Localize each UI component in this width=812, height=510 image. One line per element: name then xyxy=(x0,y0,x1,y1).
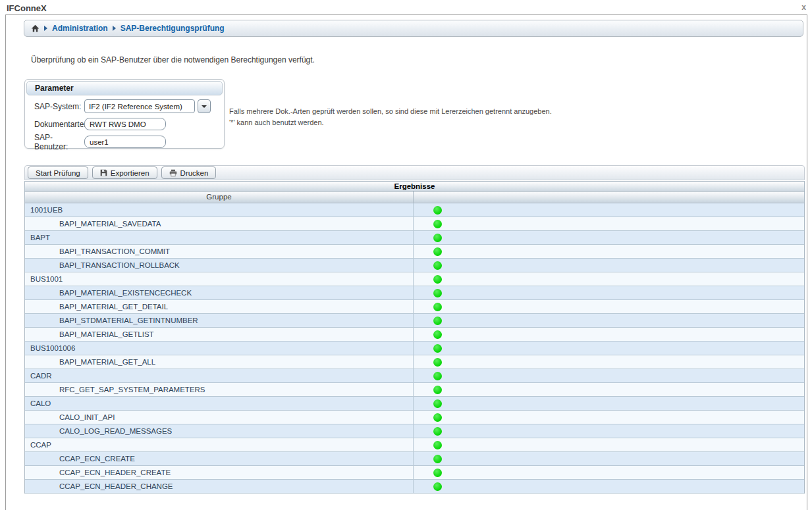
table-row[interactable]: BAPI_TRANSACTION_ROLLBACK xyxy=(25,259,804,272)
sap-system-label: SAP-System: xyxy=(34,102,84,111)
gruppe-column-header: Gruppe xyxy=(25,191,414,203)
row-label: BAPI_MATERIAL_GET_ALL xyxy=(59,358,155,366)
breadcrumb: Administration SAP-Berechtigungsprüfung xyxy=(24,20,803,37)
table-row[interactable]: BAPI_MATERIAL_GET_DETAIL xyxy=(25,300,804,314)
status-ok-dot xyxy=(433,358,442,367)
hint-line-1: Falls mehrere Dok.-Arten geprüft werden … xyxy=(229,106,552,117)
status-ok-dot xyxy=(433,234,442,242)
status-ok-dot xyxy=(433,427,442,436)
status-ok-dot xyxy=(433,482,442,491)
sap-benutzer-input[interactable] xyxy=(84,136,166,148)
row-label: BUS1001 xyxy=(30,275,63,283)
hint-text: Falls mehrere Dok.-Arten geprüft werden … xyxy=(229,106,552,128)
results-column-header-row: Gruppe xyxy=(24,191,805,203)
row-label: CCAP_ECN_HEADER_CHANGE xyxy=(59,482,173,490)
status-ok-dot xyxy=(433,399,442,408)
sap-system-selected-value: IF2 (IF2 Reference System) xyxy=(89,103,182,111)
status-ok-dot xyxy=(433,372,442,380)
row-label: BAPI_MATERIAL_GET_DETAIL xyxy=(59,303,168,311)
table-row[interactable]: CALO_INIT_API xyxy=(25,411,804,424)
status-ok-dot xyxy=(433,317,442,325)
drucken-button[interactable]: Drucken xyxy=(161,166,217,179)
chevron-down-icon xyxy=(202,105,207,108)
row-label: BAPI_TRANSACTION_COMMIT xyxy=(59,247,170,255)
table-row[interactable]: BAPI_MATERIAL_EXISTENCECHECK xyxy=(25,286,804,300)
status-ok-dot xyxy=(433,441,442,449)
table-row[interactable]: CCAP_ECN_HEADER_CHANGE xyxy=(25,480,804,494)
table-row[interactable]: BAPT xyxy=(25,231,804,245)
table-row[interactable]: BAPI_MATERIAL_SAVEDATA xyxy=(25,217,804,231)
page-description: Überprüfung ob ein SAP-Benutzer über die… xyxy=(31,55,315,64)
dokumentarten-label: Dokumentarten: xyxy=(34,120,84,129)
status-ok-dot xyxy=(433,455,442,463)
table-row[interactable]: CCAP_ECN_CREATE xyxy=(25,452,804,466)
sap-benutzer-label: SAP-Benutzer: xyxy=(34,133,84,151)
save-icon xyxy=(100,169,107,176)
table-row[interactable]: BAPI_STDMATERIAL_GETINTNUMBER xyxy=(25,314,804,328)
button-label: Exportieren xyxy=(111,169,149,177)
printer-icon xyxy=(169,169,177,177)
status-ok-dot xyxy=(433,206,442,215)
row-label: CCAP_ECN_CREATE xyxy=(59,455,135,463)
table-row[interactable]: CALO_LOG_READ_MESSAGES xyxy=(25,424,804,438)
results-rows: 1001UEB BAPI_MATERIAL_SAVEDATA BAPT BAPI… xyxy=(24,203,805,494)
table-row[interactable]: BAPI_MATERIAL_GET_ALL xyxy=(25,355,804,369)
close-icon[interactable]: x xyxy=(801,3,806,12)
status-ok-dot xyxy=(433,220,442,228)
row-label: BAPI_MATERIAL_GETLIST xyxy=(59,330,154,338)
status-ok-dot xyxy=(433,247,442,256)
row-label: CCAP_ECN_HEADER_CREATE xyxy=(59,469,171,476)
results-title: Ergebnisse xyxy=(24,181,805,191)
table-row[interactable]: CCAP_ECN_HEADER_CREATE xyxy=(25,466,804,480)
parameter-panel-title: Parameter xyxy=(26,81,223,95)
row-label: 1001UEB xyxy=(30,206,63,214)
table-row[interactable]: CCAP xyxy=(25,438,804,452)
row-label: RFC_GET_SAP_SYSTEM_PARAMETERS xyxy=(59,386,205,394)
table-row[interactable]: BAPI_MATERIAL_GETLIST xyxy=(25,328,804,342)
row-label: CALO_INIT_API xyxy=(59,413,115,421)
status-ok-dot xyxy=(433,289,442,297)
row-label: BAPI_TRANSACTION_ROLLBACK xyxy=(59,261,180,269)
status-column-header xyxy=(414,191,804,203)
hint-line-2: '*' kann auch benutzt werden. xyxy=(229,117,552,128)
results-table: Ergebnisse Gruppe 1001UEB BAPI_MATERIAL_… xyxy=(24,181,805,494)
dokumentarten-row: Dokumentarten: xyxy=(34,117,224,131)
status-ok-dot xyxy=(433,330,442,339)
table-row[interactable]: BUS1001006 xyxy=(25,342,804,355)
sap-system-row: SAP-System: IF2 (IF2 Reference System) xyxy=(34,99,224,113)
home-icon[interactable] xyxy=(31,24,40,33)
breadcrumb-item-sap-berechtigungspruefung[interactable]: SAP-Berechtigungsprüfung xyxy=(121,24,225,33)
sap-system-select[interactable]: IF2 (IF2 Reference System) xyxy=(84,99,195,113)
table-row[interactable]: BUS1001 xyxy=(25,272,804,286)
row-label: BAPI_STDMATERIAL_GETINTNUMBER xyxy=(59,317,198,324)
row-label: CALO_LOG_READ_MESSAGES xyxy=(59,427,172,435)
toolbar: Start Prüfung Exportieren Drucken xyxy=(24,165,805,180)
parameter-panel: Parameter SAP-System: IF2 (IF2 Reference… xyxy=(24,79,225,149)
status-ok-dot xyxy=(433,303,442,311)
breadcrumb-item-administration[interactable]: Administration xyxy=(52,24,108,33)
status-ok-dot xyxy=(433,344,442,353)
table-row[interactable]: 1001UEB xyxy=(25,203,804,217)
status-ok-dot xyxy=(433,469,442,477)
status-ok-dot xyxy=(433,261,442,270)
dokumentarten-input[interactable] xyxy=(84,118,166,130)
button-label: Drucken xyxy=(180,169,209,177)
table-row[interactable]: CADR xyxy=(25,369,804,383)
table-row[interactable]: RFC_GET_SAP_SYSTEM_PARAMETERS xyxy=(25,383,804,397)
chevron-right-icon xyxy=(44,26,47,31)
exportieren-button[interactable]: Exportieren xyxy=(92,166,157,179)
row-label: CADR xyxy=(30,372,52,380)
row-label: BAPI_MATERIAL_SAVEDATA xyxy=(59,220,161,228)
row-label: BUS1001006 xyxy=(30,344,75,352)
row-label: BAPT xyxy=(30,234,50,242)
chevron-right-icon xyxy=(113,26,116,31)
status-ok-dot xyxy=(433,275,442,284)
sap-system-dropdown-button[interactable] xyxy=(198,99,211,113)
row-label: BAPI_MATERIAL_EXISTENCECHECK xyxy=(59,289,192,297)
row-label: CCAP xyxy=(30,441,51,449)
table-row[interactable]: CALO xyxy=(25,397,804,411)
button-label: Start Prüfung xyxy=(36,169,80,177)
sap-benutzer-row: SAP-Benutzer: xyxy=(34,135,224,149)
table-row[interactable]: BAPI_TRANSACTION_COMMIT xyxy=(25,245,804,259)
start-pruefung-button[interactable]: Start Prüfung xyxy=(28,166,88,179)
